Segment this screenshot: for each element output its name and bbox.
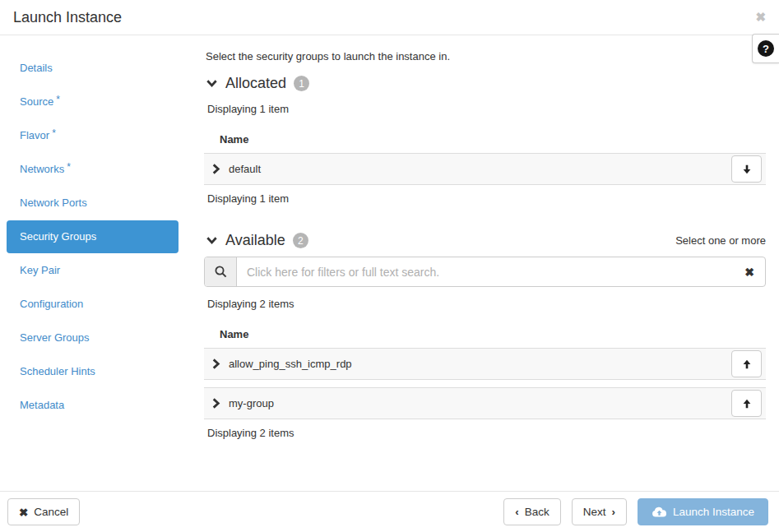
sidebar-item-server-groups[interactable]: Server Groups [7,322,179,354]
security-groups-step: Select the security groups to launch the… [191,35,779,446]
row-name: default [229,163,261,175]
back-button[interactable]: ‹ Back [503,498,561,525]
sidebar-item-label: Network Ports [20,197,87,209]
sidebar-item-label: Key Pair [20,264,60,276]
available-displaying-bottom: Displaying 2 items [204,419,766,446]
chevron-left-icon: ‹ [515,506,519,518]
step-description: Select the security groups to launch the… [206,50,766,62]
cloud-upload-icon [651,507,667,518]
required-asterisk: * [52,127,56,139]
sidebar-item-networks[interactable]: Networks* [7,153,179,186]
sidebar-item-key-pair[interactable]: Key Pair [7,254,179,287]
question-mark-icon: ? [758,40,774,57]
table-row-my-group: my-group [204,387,766,419]
chevron-right-icon[interactable] [211,164,220,174]
search-icon-button[interactable] [205,257,237,286]
sidebar-item-label: Metadata [20,399,64,411]
cancel-label: Cancel [34,506,68,518]
sidebar-item-label: Networks [20,163,64,175]
sidebar-item-metadata[interactable]: Metadata [7,389,179,422]
sidebar-item-source[interactable]: Source* [7,86,179,118]
chevron-down-icon[interactable] [206,234,218,247]
table-row-default: default [204,153,766,185]
filter-search-bar: ✖ [204,257,766,287]
allocated-displaying-bottom: Displaying 1 item [204,185,766,212]
sidebar-item-label: Details [20,62,53,74]
next-label: Next [583,506,606,518]
available-count-badge: 2 [293,233,308,248]
allocated-displaying-top: Displaying 1 item [204,95,766,123]
modal-header: Launch Instance ✖ [0,0,779,35]
row-name: my-group [229,397,274,409]
available-section-header: Available 2 Select one or more [206,232,766,249]
sidebar-item-label: Source [20,95,53,108]
move-down-button[interactable] [731,155,762,183]
sidebar-item-flavor[interactable]: Flavor* [7,119,179,152]
clear-search-icon[interactable]: ✖ [734,257,765,286]
allocated-name-column-header: Name [204,123,766,153]
chevron-right-icon[interactable] [211,398,220,409]
filter-search-input[interactable] [237,257,734,286]
sidebar-item-label: Server Groups [20,331,90,344]
wizard-sidebar: Details Source* Flavor* Networks* Networ… [0,35,191,423]
required-asterisk: * [67,161,71,173]
table-row-allow-ping-ssh-icmp-rdp: allow_ping_ssh_icmp_rdp [204,348,766,380]
allocated-count-badge: 1 [294,76,309,91]
back-label: Back [525,506,549,518]
launch-instance-label: Launch Instance [673,506,754,518]
modal-title: Launch Instance [13,9,122,26]
required-asterisk: * [56,94,60,105]
modal-footer: ✖ Cancel ‹ Back Next › Launch Instance [0,491,779,532]
sidebar-item-details[interactable]: Details [7,52,179,85]
chevron-right-icon: › [611,506,615,518]
search-icon [214,265,228,279]
sidebar-item-configuration[interactable]: Configuration [7,288,179,321]
sidebar-item-scheduler-hints[interactable]: Scheduler Hints [7,355,179,388]
sidebar-item-label: Configuration [20,298,83,310]
chevron-down-icon[interactable] [206,77,218,90]
help-button[interactable]: ? [752,34,779,63]
row-name: allow_ping_ssh_icmp_rdp [229,358,352,370]
allocated-section-header: Allocated 1 [206,75,766,92]
chevron-right-icon[interactable] [211,359,220,369]
launch-instance-button[interactable]: Launch Instance [638,498,768,525]
cancel-button[interactable]: ✖ Cancel [7,498,80,525]
sidebar-item-network-ports[interactable]: Network Ports [7,187,179,220]
arrow-down-icon [741,164,753,175]
allocated-title: Allocated [225,75,286,92]
select-one-or-more-hint: Select one or more [675,234,766,247]
sidebar-item-label: Security Groups [20,230,96,243]
sidebar-item-security-groups[interactable]: Security Groups [7,220,179,253]
x-icon: ✖ [19,506,28,519]
next-button[interactable]: Next › [572,498,627,525]
sidebar-item-label: Scheduler Hints [20,365,95,377]
close-icon[interactable]: ✖ [755,10,766,25]
available-displaying-top: Displaying 2 items [204,290,766,317]
move-up-button[interactable] [731,390,762,417]
move-up-button[interactable] [731,350,762,377]
available-name-column-header: Name [204,317,766,348]
arrow-up-icon [741,359,753,370]
sidebar-item-label: Flavor [20,129,49,141]
available-title: Available [225,232,285,249]
arrow-up-icon [741,398,753,409]
